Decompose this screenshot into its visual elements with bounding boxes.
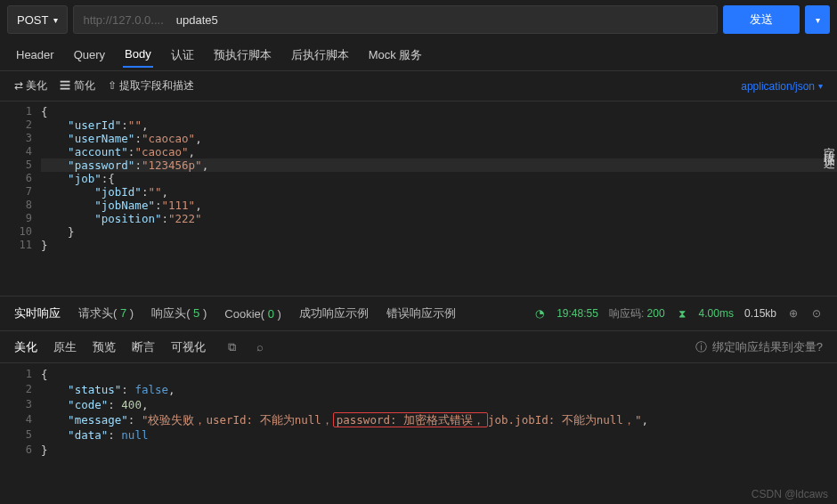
url-input[interactable]: http://127.0.0.... update5 — [73, 5, 718, 34]
view-tab-2[interactable]: 预览 — [93, 339, 116, 355]
response-size: 0.15kb — [744, 307, 776, 320]
content-type-select[interactable]: application/json ▾ — [741, 80, 823, 93]
response-view-tabs: 美化原生预览断言可视化⧉⌕ ⓘ 绑定响应结果到变量? — [0, 331, 837, 363]
response-body-editor[interactable]: 123456 { "status": false, "code": 400, "… — [0, 363, 837, 470]
view-tab-4[interactable]: 可视化 — [171, 339, 206, 355]
simplify-button[interactable]: ☰ 简化 — [60, 78, 94, 93]
response-tabs: 实时响应请求头( 7 )响应头( 5 )Cookie( 0 )成功响应示例错误响… — [0, 296, 837, 331]
line-gutter: 123456 — [0, 363, 41, 470]
code-area: { "status": false, "code": 400, "message… — [41, 363, 837, 470]
extract-fields-button[interactable]: ⇧ 提取字段和描述 — [108, 78, 194, 93]
response-tab[interactable]: 响应头( 5 ) — [151, 305, 207, 321]
chevron-down-icon: ▾ — [816, 15, 820, 25]
watermark: CSDN @ldcaws — [752, 488, 828, 500]
body-toolbar: ⇄ 美化 ☰ 简化 ⇧ 提取字段和描述 application/json ▾ — [0, 71, 837, 102]
response-tab[interactable]: 成功响应示例 — [299, 305, 369, 321]
status-code: 200 — [647, 307, 665, 320]
method-label: POST — [17, 13, 48, 27]
clock-icon: ◔ — [533, 307, 546, 320]
request-tabs: HeaderQueryBody认证预执行脚本后执行脚本Mock 服务 — [0, 39, 837, 71]
more-icon[interactable]: ⊙ — [810, 307, 823, 320]
status-label: 响应码: — [609, 307, 644, 320]
chevron-down-icon: ▾ — [53, 15, 58, 25]
copy-icon[interactable]: ⧉ — [225, 340, 238, 354]
response-meta: ◔ 19:48:55 响应码: 200 ⧗ 4.00ms 0.15kb ⊕ ⊙ — [533, 306, 823, 321]
tab-header[interactable]: Header — [14, 43, 56, 67]
hourglass-icon: ⧗ — [676, 307, 688, 320]
beautify-button[interactable]: ⇄ 美化 — [14, 78, 47, 93]
tab-认证[interactable]: 认证 — [169, 42, 196, 69]
tab-query[interactable]: Query — [72, 43, 107, 67]
request-body-editor[interactable]: 1234567891011 { "userId":"", "userName":… — [0, 102, 837, 289]
field-description-panel-toggle[interactable]: 字段描述 — [816, 137, 837, 151]
globe-icon[interactable]: ⊕ — [787, 307, 800, 320]
code-area[interactable]: { "userId":"", "userName":"caocao", "acc… — [41, 102, 837, 289]
request-name: update5 — [176, 13, 218, 27]
search-icon[interactable]: ⌕ — [254, 340, 266, 354]
http-method-select[interactable]: POST ▾ — [7, 5, 68, 34]
response-tab[interactable]: 请求头( 7 ) — [78, 305, 134, 321]
chevron-down-icon: ▾ — [818, 81, 823, 91]
line-gutter: 1234567891011 — [0, 102, 41, 289]
send-button[interactable]: 发送 — [723, 5, 800, 34]
response-tab[interactable]: Cookie( 0 ) — [224, 307, 281, 321]
url-placeholder: http://127.0.0.... — [83, 13, 163, 27]
send-dropdown[interactable]: ▾ — [805, 5, 830, 34]
response-duration: 4.00ms — [699, 307, 734, 320]
response-tab[interactable]: 错误响应示例 — [386, 305, 456, 321]
view-tab-1[interactable]: 原生 — [53, 339, 77, 355]
tab-预执行脚本[interactable]: 预执行脚本 — [212, 42, 273, 69]
response-tab[interactable]: 实时响应 — [14, 305, 61, 321]
response-time: 19:48:55 — [557, 307, 598, 320]
bind-result-link[interactable]: 绑定响应结果到变量? — [712, 339, 823, 355]
view-tab-0[interactable]: 美化 — [14, 339, 37, 355]
help-icon[interactable]: ⓘ — [695, 339, 707, 355]
tab-body[interactable]: Body — [123, 42, 153, 68]
tab-mock 服务[interactable]: Mock 服务 — [367, 42, 425, 69]
tab-后执行脚本[interactable]: 后执行脚本 — [289, 42, 351, 69]
view-tab-3[interactable]: 断言 — [132, 339, 155, 355]
